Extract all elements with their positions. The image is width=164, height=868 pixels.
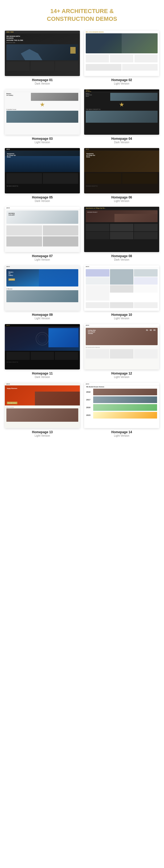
demo06-card-1 [86, 173, 121, 184]
demo13-img [6, 408, 78, 422]
nav-accent-bar [6, 32, 10, 32]
demo-item-03[interactable]: ModernArt Gallery A wooden house Homepag… [5, 89, 80, 144]
demo10-logo: ARCHI [86, 266, 89, 267]
demo-thumb-01[interactable]: WE DESIGN WITHPASSIONAROUND THE GLOBE Ar… [5, 31, 80, 76]
demo03-label: A wooden house [6, 108, 78, 110]
demo04-bottom: THE NEW CONCEPT IN [84, 107, 159, 124]
demo-thumb-09[interactable]: ARCHI Modern Art Gallery DISCOVER A Wood… [5, 266, 80, 311]
demo-thumb-04[interactable]: ModernArt Gallery ModernArchitectureStre… [84, 89, 159, 135]
demo08-hero-label: WOODEN PROJECT [87, 212, 97, 213]
demo13-hero: Happy Business A wooden home [5, 385, 80, 405]
demo-item-11[interactable]: ARCHI THE NEW CONCEPT IN Homepage 11 Dar… [5, 324, 80, 378]
demo04-version: Dark Version [111, 141, 132, 144]
demo12-hero: Loving whatCity & DarkTrendier 01 02 03 [86, 328, 158, 345]
demo-thumb-13[interactable]: ARCHI Happy Business A wooden home Home … [5, 383, 80, 428]
demo08-version: Dark Version [111, 258, 132, 261]
demo-label-14: Homepage 14 Light Version [111, 430, 132, 437]
demo02-content [84, 53, 159, 63]
demo13-bottom: Home Evolution [5, 405, 80, 423]
demo-label-12: Homepage 12 Light Version [111, 372, 132, 378]
demo-label-09: Homepage 09 Light Version [32, 313, 53, 320]
demo-thumb-07[interactable]: ARCHI WOODENGALLERY [5, 207, 80, 252]
demo-item-06[interactable]: ARCHI Apartmentson Village AptStreet THE… [84, 148, 159, 203]
demo09-img-overlay [39, 269, 79, 286]
demo-item-09[interactable]: ARCHI Modern Art Gallery DISCOVER A Wood… [5, 266, 80, 320]
demo-thumb-06[interactable]: ARCHI Apartmentson Village AptStreet THE… [84, 148, 159, 193]
demo02-card-3 [134, 54, 158, 62]
demo02-lower-2 [122, 64, 158, 71]
demo14-row-2017: 2017 [86, 396, 157, 403]
demo-thumb-08[interactable]: Apartments on Village Apt Str... WOODEN … [84, 207, 159, 252]
demo01-title: Homepage 01 [32, 78, 53, 82]
demo06-cards [84, 172, 159, 185]
demo12-meta: WE DESIGN WITH PASSION [84, 346, 159, 349]
demo08-grid-5 [110, 232, 134, 239]
demo11-card-3 [55, 352, 78, 360]
demo01-hero-title: WE DESIGN WITHPASSIONAROUND THE GLOBE [6, 35, 78, 41]
demo07-hero: WOODENGALLERY [6, 211, 78, 224]
demo-thumb-11[interactable]: ARCHI THE NEW CONCEPT IN [5, 324, 80, 369]
demo08-hero: WOODEN PROJECT [86, 210, 158, 222]
demo10-cell-8 [134, 285, 158, 292]
demo09-title: Homepage 09 [32, 313, 53, 317]
demo-item-04[interactable]: ModernArt Gallery ModernArchitectureStre… [84, 89, 159, 144]
demo-thumb-12[interactable]: ARCHI Loving whatCity & DarkTrendier 01 … [84, 324, 159, 369]
demo-thumb-02[interactable]: WE LOVE MODERN DESIGN [84, 31, 159, 76]
demo-thumb-14[interactable]: ARCHI We Build Dream Homes 2018 2017 201… [84, 383, 159, 428]
demo11-cards [5, 351, 80, 361]
demo-label-01: Homepage 01 Dark Version [32, 78, 53, 85]
demo08-logo: Apartments on Village Apt Str... [84, 207, 159, 209]
demo09-hero: Modern Art Gallery DISCOVER [6, 269, 78, 286]
demo07-grid-4 [43, 236, 79, 246]
demo14-img-2016 [93, 404, 157, 411]
demo-label-07: Homepage 07 Light Version [32, 254, 53, 261]
demo05-title: Homepage 05 [32, 195, 53, 199]
demo-item-08[interactable]: Apartments on Village Apt Str... WOODEN … [84, 207, 159, 261]
demo10-img-2 [110, 302, 134, 308]
title-line2: CONSTRUCTION [47, 16, 95, 22]
page-title: 14+ ARCHITECTURE & CONSTRUCTION DEMOS [5, 7, 159, 23]
demo12-title: Homepage 12 [111, 372, 132, 375]
demo13-hero-text: Happy Business [7, 388, 17, 389]
demo08-grid-3 [134, 224, 158, 231]
demo13-version: Light Version [32, 434, 53, 437]
demo10-grid [84, 268, 159, 302]
demo-thumb-10[interactable]: ARCHI [84, 266, 159, 311]
demo08-grid-6 [134, 232, 158, 239]
demo-label-08: Homepage 08 Dark Version [111, 254, 132, 261]
demo10-img-3 [134, 302, 158, 308]
demo03-badge-wrap [5, 102, 80, 107]
demo08-title: Homepage 08 [111, 254, 132, 258]
demo14-img-2015 [93, 412, 157, 418]
demo06-card-2 [122, 173, 158, 184]
demo04-top-img [110, 93, 158, 101]
demo03-version: Light Version [32, 141, 53, 144]
demo09-hero-text: Modern Art Gallery DISCOVER [8, 271, 15, 281]
demo02-version: Light Version [111, 82, 132, 85]
demo13-logo: ARCHI [6, 383, 10, 385]
demo-thumb-03[interactable]: ModernArt Gallery A wooden house [5, 89, 80, 135]
demo-item-05[interactable]: ARCHI Apartments on Village Apt Street T… [5, 148, 80, 203]
demo10-version: Light Version [111, 317, 132, 320]
demo12-count-row: 01 02 03 [146, 329, 156, 331]
demo05-logo: ARCHI [6, 149, 10, 150]
demo-item-07[interactable]: ARCHI WOODENGALLERY Homepage 07 Light Ve… [5, 207, 80, 261]
demo01-card-1 [6, 61, 30, 71]
demo14-title: Homepage 14 [111, 430, 132, 434]
demo-item-10[interactable]: ARCHI Homepa [84, 266, 159, 320]
demo05-bottom-text: THE NEW CONCEPT IN [5, 185, 80, 188]
demo10-title: Homepage 10 [111, 313, 132, 317]
demo-item-13[interactable]: ARCHI Happy Business A wooden home Home … [5, 383, 80, 437]
demo-item-01[interactable]: WE DESIGN WITHPASSIONAROUND THE GLOBE Ar… [5, 31, 80, 85]
demo-item-02[interactable]: WE LOVE MODERN DESIGN Homepage 02 Light … [84, 31, 159, 85]
demo10-cell-2 [110, 269, 134, 285]
demo03-bottom: A wooden house [5, 107, 80, 124]
page-header: 14+ ARCHITECTURE & CONSTRUCTION DEMOS [0, 0, 164, 28]
demo02-title: Homepage 02 [111, 78, 132, 82]
demo-thumb-05[interactable]: ARCHI Apartments on Village Apt Street T… [5, 148, 80, 193]
demo03-img [6, 111, 78, 123]
demo12-count-2: 02 [150, 329, 152, 331]
demo-item-12[interactable]: ARCHI Loving whatCity & DarkTrendier 01 … [84, 324, 159, 378]
demo14-tagline: We Build Dream Homes [84, 385, 159, 388]
demo-item-14[interactable]: ARCHI We Build Dream Homes 2018 2017 201… [84, 383, 159, 437]
